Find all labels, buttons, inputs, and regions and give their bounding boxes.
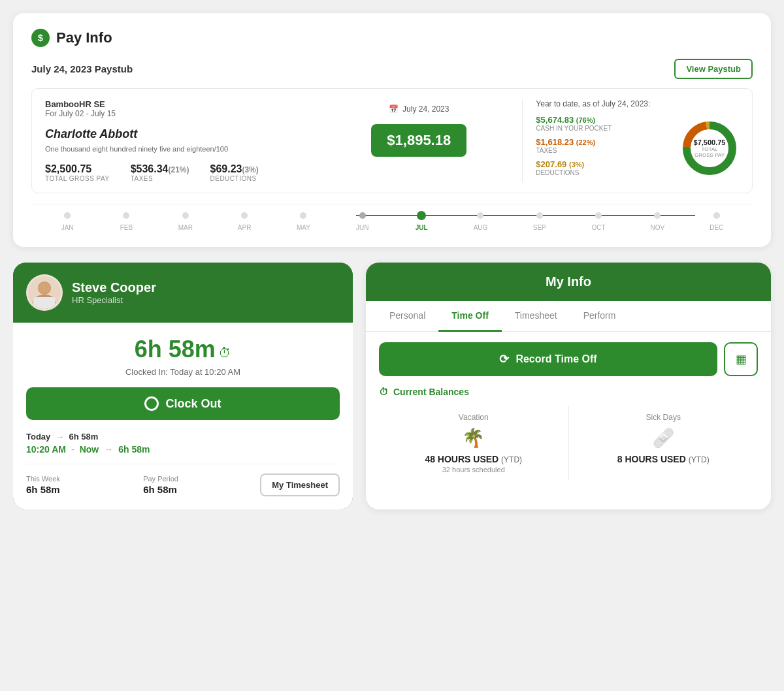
timeline-dot-apr xyxy=(241,212,248,219)
tc-end-hours: 6h 58m xyxy=(118,444,150,455)
taxes-amount: $536.34(21%) xyxy=(131,163,189,175)
clock-out-stop-icon xyxy=(144,396,159,411)
company-name: BambooHR SE xyxy=(45,99,316,109)
gross-pay-amount: $2,500.75 xyxy=(45,163,110,175)
tc-body: 6h 58m ⏱ Clocked In: Today at 10:20 AM C… xyxy=(13,323,353,509)
timeline-dot-jan xyxy=(64,212,71,219)
month-may: MAY xyxy=(274,224,333,231)
tc-user-name: Steve Cooper xyxy=(72,280,156,295)
my-timesheet-button[interactable]: My Timesheet xyxy=(260,474,340,496)
timeline-dot-aug xyxy=(477,212,483,219)
calendar-icon: 📅 xyxy=(389,104,399,114)
timeline-dot-jul xyxy=(417,211,426,220)
tc-today-label: Today → 6h 58m xyxy=(26,432,340,442)
mi-body: ⟳ Record Time Off ▦ ⏱ Current Balances V… xyxy=(366,332,771,490)
net-pay-badge: $1,895.18 xyxy=(371,124,466,157)
timeline-dot-mar xyxy=(182,212,189,219)
pay-content: BambooHR SE For July 02 - July 15 Charlo… xyxy=(31,88,753,193)
record-icon: ⟳ xyxy=(499,352,509,366)
tc-pay-period-label: Pay Period xyxy=(143,475,247,483)
mi-tabs: Personal Time Off Timesheet Perform xyxy=(366,301,771,332)
timeline-dot-oct xyxy=(595,212,602,219)
taxes-figure: $536.34(21%) TAXES xyxy=(131,163,189,182)
month-aug: AUG xyxy=(451,224,510,231)
ytd-items: $5,674.83 (76%) CASH IN YOUR POCKET $1,6… xyxy=(536,115,671,182)
vacation-label: Vacation xyxy=(379,413,568,422)
tc-today-hours: 6h 58m xyxy=(69,432,99,442)
avatar xyxy=(26,274,63,311)
ytd-donut-chart: $7,500.75 TOTAL GROSS PAY xyxy=(680,119,739,178)
balances-row: Vacation 🌴 48 HOURS USED (YTD) 32 hours … xyxy=(379,406,758,480)
calculator-button[interactable]: ▦ xyxy=(724,342,758,376)
tab-perform[interactable]: Perform xyxy=(570,301,629,332)
ytd-deductions-item: $207.69 (3%) DEDUCTIONS xyxy=(536,159,671,176)
donut-total: $7,500.75 xyxy=(694,138,726,146)
tc-today-detail: 10:20 AM - Now → 6h 58m xyxy=(26,444,340,455)
tc-time-display: 6h 58m ⏱ xyxy=(26,336,340,363)
tc-start-time: 10:20 AM xyxy=(26,444,66,455)
month-jan: JAN xyxy=(38,224,97,231)
sick-icon: 🩹 xyxy=(569,427,759,449)
paystub-row: July 24, 2023 Paystub View Paystub xyxy=(31,59,753,79)
ytd-taxes-item: $1,618.23 (22%) TAXES xyxy=(536,137,671,154)
ytd-title: Year to date, as of July 24, 2023: xyxy=(536,99,739,108)
tab-timesheet[interactable]: Timesheet xyxy=(502,301,570,332)
timeline-dot-sep xyxy=(536,212,543,219)
ytd-deductions-label: DEDUCTIONS xyxy=(536,169,671,176)
pay-right: Year to date, as of July 24, 2023: $5,67… xyxy=(522,99,739,182)
taxes-label: TAXES xyxy=(131,175,189,182)
record-time-off-button[interactable]: ⟳ Record Time Off xyxy=(379,342,717,376)
donut-total-label: TOTAL GROSS PAY xyxy=(694,146,726,158)
deductions-amount: $69.23(3%) xyxy=(210,163,259,175)
pay-info-header: $ Pay Info xyxy=(31,29,753,47)
tc-user-role: HR Specialist xyxy=(72,295,156,305)
month-feb: FEB xyxy=(97,224,155,231)
mi-title: My Info xyxy=(379,274,758,289)
tc-arrow: → xyxy=(104,444,113,455)
vacation-balance: Vacation 🌴 48 HOURS USED (YTD) 32 hours … xyxy=(379,406,568,480)
record-time-off-row: ⟳ Record Time Off ▦ xyxy=(379,342,758,376)
month-oct: OCT xyxy=(569,224,628,231)
my-info-card: My Info Personal Time Off Timesheet Perf… xyxy=(366,263,771,509)
clock-icon: ⏱ xyxy=(218,346,231,360)
gross-pay-figure: $2,500.75 TOTAL GROSS PAY xyxy=(45,163,110,182)
sick-hours: 8 HOURS USED (YTD) xyxy=(569,454,759,464)
pay-info-title: Pay Info xyxy=(56,29,112,46)
timeline-dot-feb xyxy=(123,212,129,219)
tc-clocked-in-text: Clocked In: Today at 10:20 AM xyxy=(26,367,340,377)
tc-pay-period-value: 6h 58m xyxy=(143,484,247,495)
tc-pay-period: Pay Period 6h 58m xyxy=(143,475,247,495)
month-jul: JUL xyxy=(392,224,451,231)
bottom-section: Steve Cooper HR Specialist 6h 58m ⏱ Cloc… xyxy=(13,263,771,509)
ytd-cash-label: CASH IN YOUR POCKET xyxy=(536,125,671,132)
ytd-cash-amount: $5,674.83 (76%) xyxy=(536,115,671,125)
view-paystub-button[interactable]: View Paystub xyxy=(674,59,753,79)
pay-words: One thousand eight hundred ninety five a… xyxy=(45,145,316,153)
ytd-deductions-amount: $207.69 (3%) xyxy=(536,159,671,169)
timeline-dot-jun xyxy=(359,212,366,219)
tc-header: Steve Cooper HR Specialist xyxy=(13,263,353,323)
sick-days-label: Sick Days xyxy=(569,413,759,422)
timeline-dot-may xyxy=(300,212,306,219)
tc-user-info: Steve Cooper HR Specialist xyxy=(72,280,156,305)
vacation-hours: 48 HOURS USED (YTD) xyxy=(379,454,568,464)
clock-out-button[interactable]: Clock Out xyxy=(26,387,340,420)
tab-time-off[interactable]: Time Off xyxy=(438,301,502,332)
pay-center: 📅 July 24, 2023 $1,895.18 xyxy=(329,99,509,182)
pay-period: For July 02 - July 15 xyxy=(45,109,316,118)
clock-out-label: Clock Out xyxy=(165,397,221,411)
timeline-dot-nov xyxy=(654,212,661,219)
timeline-dot-dec xyxy=(713,212,720,219)
mi-header: My Info xyxy=(366,263,771,301)
donut-center: $7,500.75 TOTAL GROSS PAY xyxy=(694,138,726,158)
tc-today-section: Today → 6h 58m 10:20 AM - Now → 6h 58m xyxy=(26,432,340,455)
pay-timeline: JAN FEB MAR APR MAY JUN JUL AUG SEP OCT … xyxy=(31,204,753,231)
ytd-taxes-amount: $1,618.23 (22%) xyxy=(536,137,671,147)
deductions-label: DEDUCTIONS xyxy=(210,175,259,182)
tab-personal[interactable]: Personal xyxy=(376,301,438,332)
tc-this-week-label: This Week xyxy=(26,475,130,483)
ytd-taxes-label: TAXES xyxy=(536,147,671,154)
tc-hours: 6h 58m xyxy=(135,336,216,362)
timeline-months: JAN FEB MAR APR MAY JUN JUL AUG SEP OCT … xyxy=(31,224,753,231)
tc-dash: - xyxy=(71,444,74,455)
